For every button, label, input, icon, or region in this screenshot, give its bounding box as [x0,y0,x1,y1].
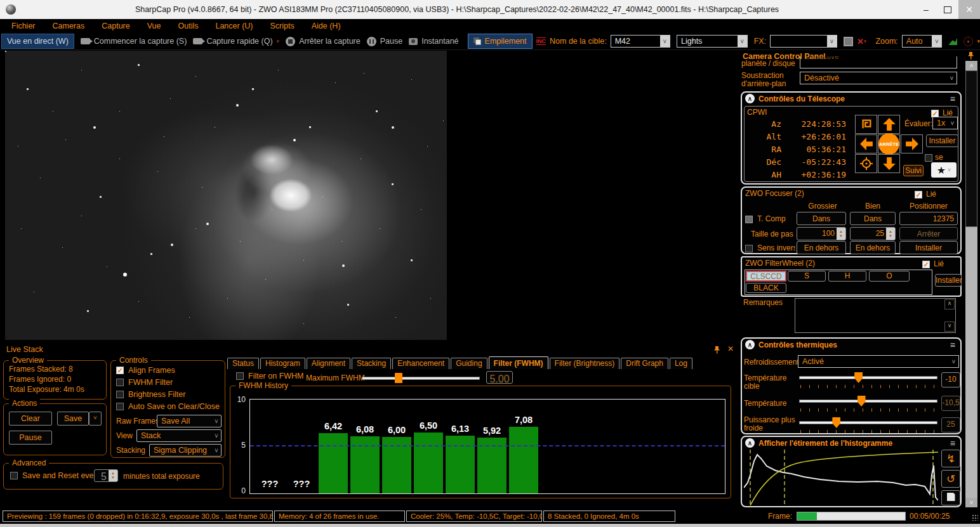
menu-vue[interactable]: Vue [147,22,161,30]
menu-scripts[interactable]: Scripts [270,22,295,30]
menu-cameras[interactable]: Cameras [53,22,85,30]
filter-h[interactable]: H [828,271,866,282]
menu-lancer[interactable]: Lancer (U) [215,22,253,30]
maximize-button[interactable] [938,0,957,19]
interval-spinner[interactable]: 5 ▲▼ [94,469,118,482]
reticle-icon[interactable] [963,37,973,46]
close-button[interactable]: ✕ [958,0,980,19]
pin-icon[interactable] [713,345,720,356]
chevron-down-icon[interactable]: ˅ [932,36,941,47]
target-temp-value[interactable]: -10 [941,372,960,387]
slider-thumb[interactable] [395,373,402,383]
notes-textarea[interactable]: ∧ ∨ [795,298,956,333]
tab-filter-fwhm[interactable]: Filter (FWHM) [489,356,548,369]
filter-black[interactable]: BLACK [746,283,786,293]
menu-capture[interactable]: Capture [102,22,129,30]
park-checkbox[interactable] [925,153,932,162]
stacking-select[interactable]: Sigma Clipping˅ [149,444,222,457]
scroll-down-icon[interactable]: ∨ [965,498,977,507]
stop-capture-button[interactable]: Arrêter la capture [299,37,361,46]
filter-clsccd-selected[interactable]: CLSCCD [746,271,786,282]
quick-capture-button[interactable]: Capture rapide (Q) [206,37,272,46]
focus-in-fine-button[interactable]: Dans [850,212,896,225]
scroll-down-icon[interactable]: ∨ [944,322,955,332]
slew-down-button[interactable] [878,154,900,173]
save-reset-checkbox[interactable]: Save and Reset every [10,471,100,480]
spiral-search-button[interactable] [855,115,877,134]
zoom-select[interactable]: Auto˅ [902,35,943,48]
maximum-fwhm-slider[interactable] [362,374,480,383]
focus-out-fine-button[interactable]: En dehors [850,241,896,254]
tab-histogram[interactable]: Histogram [260,358,305,369]
reverse-checkbox[interactable] [745,244,753,252]
slew-up-button[interactable] [878,115,900,134]
start-capture-button[interactable]: Commencer la capture (S) [94,37,187,46]
histogram-icon[interactable] [948,37,957,45]
close-icon[interactable]: ✕ [727,344,734,353]
step-fine-spinner[interactable]: 25▲▼ [850,227,896,240]
filter-o[interactable]: O [869,271,910,282]
goto-target-button[interactable] [855,154,877,173]
telescope-install-button[interactable]: Installer [926,134,958,147]
menu-outils[interactable]: Outils [178,22,199,30]
tab-guiding[interactable]: Guiding [451,358,487,369]
auto-save-checkbox[interactable]: Auto Save on Clear/Close [116,402,220,411]
reset-stretch-button[interactable]: ↺ [941,470,960,488]
tab-enhancement[interactable]: Enhancement [392,358,449,369]
tab-filter-brightness[interactable]: Filter (Brightness) [550,358,620,369]
focuser-install-button[interactable]: Installer [899,241,958,254]
view-select[interactable]: Stack˅ [136,429,222,442]
collapse-icon[interactable]: ∧ [745,94,755,103]
stack-button[interactable]: Empilement [468,34,533,49]
focus-in-coarse-button[interactable]: Dans [797,212,846,225]
pause-button[interactable]: Pause [9,431,52,445]
menu-aide[interactable]: Aide (H) [312,22,341,30]
rate-select[interactable]: 1x ˅ [932,117,958,129]
fwhm-filter-checkbox[interactable]: FWHM Filter [116,378,173,387]
tcomp-checkbox[interactable] [745,214,753,223]
focuser-linked-checkbox[interactable]: ✓ [915,190,922,198]
menu-icon[interactable]: ≡ [950,340,955,350]
image-viewport[interactable] [5,51,735,340]
collapse-icon[interactable]: ∧ [745,340,755,349]
tracking-button[interactable]: Suivi [903,165,924,176]
tab-drift-graph[interactable]: Drift Graph [621,358,668,369]
filterwheel-install-button[interactable]: Installer [935,274,962,287]
banding-select[interactable]: Désactivé [800,56,957,68]
filterwheel-linked-checkbox[interactable]: ✓ [922,259,930,268]
pause-button[interactable]: Pause [380,37,402,46]
slew-right-button[interactable] [901,134,923,153]
filter-on-fwhm-checkbox[interactable]: Filter on FWHM [236,372,304,381]
fx-select[interactable]: ˅ [770,35,837,48]
live-view-button[interactable]: Vue en direct (W) [1,34,74,49]
panel-scrollbar[interactable]: ∧ ∨ [965,61,977,507]
raw-frames-select[interactable]: Save All˅ [157,415,222,427]
telescope-linked-checkbox[interactable]: ✓ [931,108,939,117]
tab-stacking[interactable]: Stacking [352,358,391,369]
filter-s[interactable]: S [788,271,826,282]
frame-type-select[interactable]: Lights˅ [677,35,748,48]
target-temp-slider[interactable] [799,372,937,389]
brightness-filter-checkbox[interactable]: Brightness Filter [116,390,185,399]
scrollbar-thumb[interactable] [965,70,977,227]
chevron-down-icon[interactable]: ˅ [660,36,670,47]
background-subtraction-select[interactable]: Désactivé ˅ [800,72,957,84]
menu-icon[interactable]: ≡ [950,94,955,104]
scroll-up-icon[interactable]: ∧ [944,299,955,309]
menu-icon[interactable]: ≡ [950,438,955,448]
slider-thumb[interactable] [854,372,863,383]
maximum-fwhm-value[interactable]: 5.00 [486,371,513,384]
scroll-up-icon[interactable]: ∧ [965,61,977,70]
tab-status[interactable]: Status [227,358,259,369]
minimize-button[interactable]: – [917,0,936,19]
chevron-down-icon[interactable]: ˅ [738,36,747,47]
focus-out-coarse-button[interactable]: En dehors [797,241,846,254]
star-menu-button[interactable]: ★ ˅ [931,162,957,178]
snapshot-button[interactable]: Instantané [421,37,458,46]
target-name-select[interactable]: M42˅ [611,35,670,48]
chevron-down-icon[interactable]: ˅ [949,356,958,367]
align-frames-checkbox[interactable]: ✓Align Frames [116,366,175,375]
clear-selection-icon[interactable]: ✕ [857,37,864,46]
save-dropdown-button[interactable]: ˅ [89,412,102,426]
chevron-down-icon[interactable]: ˅ [827,36,837,47]
